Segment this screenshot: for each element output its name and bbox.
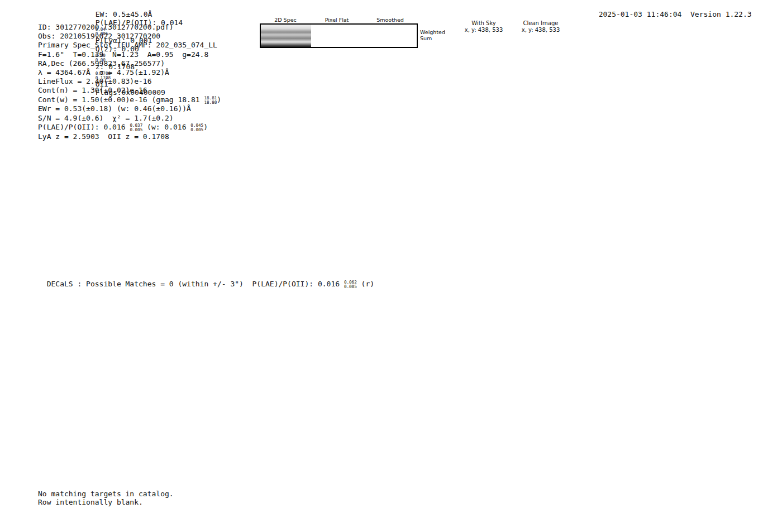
col-header-2dspec: 2D Spec: [260, 17, 311, 23]
info-radec: RA,Dec (266.599823,67.256577): [38, 59, 221, 68]
clean-image-xy: x, y: 438, 533: [513, 27, 569, 33]
plae-range-2: 0.0450.005: [190, 123, 203, 132]
info-cont-w: Cont(w) = 1.50(±0.00)e-16 (gmag 18.81 18…: [38, 95, 221, 105]
report-datetime: 2025-01-03 11:46:04: [599, 10, 682, 18]
info-id: ID: 3012770200 (3012770200.pdf): [38, 23, 221, 32]
col-header-pixelflat: Pixel Flat: [311, 17, 363, 23]
decals-match-line: DECaLS : Possible Matches = 0 (within +/…: [38, 271, 374, 289]
info-sn-chi2: S/N = 4.9(±0.6) χ² = 1.7(±0.2): [38, 114, 221, 123]
detection-info-block: ID: 3012770200 (3012770200.pdf) Obs: 202…: [38, 23, 221, 141]
weighted-sum-label: WeightedSum: [420, 29, 445, 41]
with-sky-title: With Sky: [456, 20, 512, 26]
elixer-report-page: { "header": { "ew": "EW: 0.5±45.0Å", "pl…: [0, 0, 782, 532]
info-obs: Obs: 20210519v022_3012770200: [38, 32, 221, 41]
emission-line-labels: [34, 147, 748, 192]
info-lambda-sigma: λ = 4364.67Å σ = 4.75(±1.92)Å: [38, 68, 221, 77]
plae-range-1: 0.0370.005: [130, 123, 142, 132]
gmag-range: 18.8118.80: [204, 96, 217, 105]
info-seeing: F=1.6" T=0.139 N=1.23 A=0.95 g=24.8: [38, 50, 221, 59]
report-datetime-version: 2025-01-03 11:46:04 Version 1.22.3: [590, 2, 752, 18]
clean-image-title: Clean Image: [513, 20, 569, 26]
col-header-smoothed: Smoothed: [363, 17, 418, 23]
info-lineflux: LineFlux = 2.40(±0.83)e-16: [38, 77, 221, 86]
info-plae-poii: P(LAE)/P(OII): 0.016 0.0370.005 (w: 0.01…: [38, 123, 221, 132]
info-redshifts: LyA z = 2.5903 OII z = 0.1708: [38, 132, 221, 141]
ew-value: EW: 0.5±45.0Å: [96, 10, 152, 18]
info-primary-amp: Primary Spec_Slot_IFU_AMP: 202_035_074_L…: [38, 41, 221, 50]
info-ewr: EWr = 0.53(±0.18) (w: 0.46(±0.16))Å: [38, 104, 221, 113]
footer-no-match: No matching targets in catalog.: [38, 490, 174, 498]
with-sky-xy: x, y: 438, 533: [456, 27, 512, 33]
footer-blank-row: Row intentionally blank.: [38, 498, 143, 506]
weighted-sum-row: [260, 23, 418, 48]
info-cont-n: Cont(n) = 1.30(±0.02)e-16: [38, 86, 221, 95]
decals-plae-range: 0.0620.005: [344, 280, 357, 289]
weighted-2dspec-image: [261, 25, 311, 47]
report-version: Version 1.22.3: [690, 10, 752, 18]
